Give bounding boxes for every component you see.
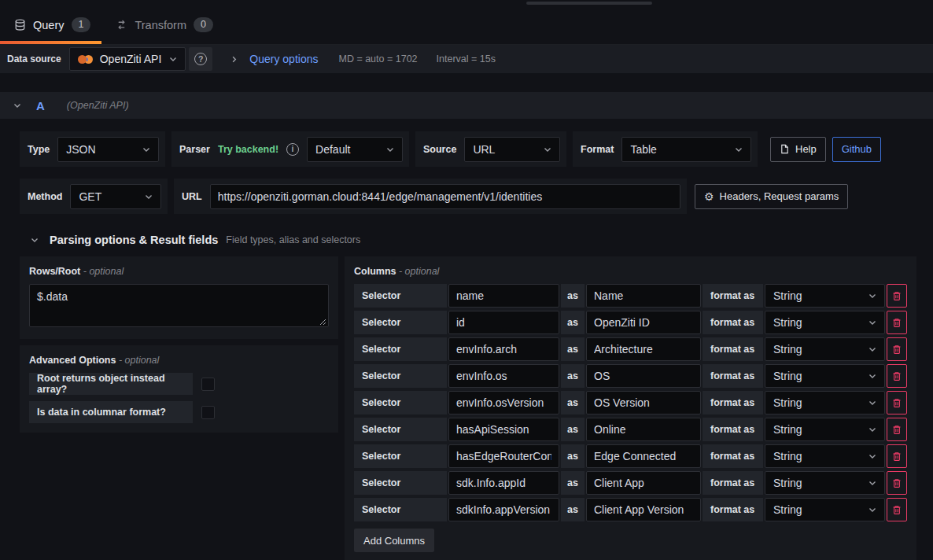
source-select[interactable]: URL: [464, 137, 560, 162]
format-type-select-value: String: [773, 477, 802, 489]
format-type-select-value: String: [773, 396, 802, 409]
format-type-select[interactable]: String: [765, 311, 885, 334]
rows-root-optional-text: - optional: [83, 266, 124, 277]
query-options-chevron-icon[interactable]: [230, 55, 238, 64]
tab-transform[interactable]: Transform 0: [114, 17, 214, 44]
editor-tab-bar: Query 1 Transform 0: [0, 0, 933, 45]
datasource-help-button[interactable]: ?: [189, 47, 212, 71]
alias-input[interactable]: [586, 471, 701, 495]
tab-query[interactable]: Query 1: [13, 17, 92, 44]
format-type-select[interactable]: String: [765, 391, 885, 414]
format-as-chip-label: format as: [703, 364, 763, 388]
delete-column-button[interactable]: [887, 471, 907, 495]
alias-input[interactable]: [586, 337, 701, 361]
url-input[interactable]: [210, 184, 680, 209]
selector-input[interactable]: [448, 444, 559, 468]
trash-icon: [892, 318, 902, 328]
alias-input[interactable]: [586, 418, 701, 441]
section-chevron-icon: [30, 235, 39, 245]
format-type-select[interactable]: String: [765, 444, 885, 468]
parsing-options-body: Rows/Root - optional Advanced Options - …: [20, 256, 916, 560]
delete-column-button[interactable]: [887, 364, 907, 388]
delete-column-button[interactable]: [887, 391, 907, 414]
selector-input[interactable]: [448, 284, 559, 308]
delete-column-button[interactable]: [887, 337, 907, 361]
delete-column-button[interactable]: [887, 444, 907, 468]
source-field-group: Source URL: [415, 131, 566, 167]
alias-input[interactable]: [586, 498, 701, 521]
columnar-format-checkbox[interactable]: [201, 406, 215, 419]
alias-input[interactable]: [586, 391, 701, 414]
alias-input[interactable]: [586, 444, 701, 468]
transform-icon: [116, 19, 127, 31]
trash-icon: [892, 425, 902, 435]
database-icon: [14, 19, 26, 31]
selector-chip-label: Selector: [354, 444, 447, 468]
format-as-chip-label: format as: [703, 444, 763, 468]
selector-input[interactable]: [448, 337, 559, 361]
advanced-option-row: Root returns object instead array?: [29, 373, 329, 395]
selector-input[interactable]: [448, 418, 559, 441]
selector-input[interactable]: [448, 311, 559, 334]
delete-column-button[interactable]: [887, 284, 907, 308]
editor-row-url: Method GET URL ⚙ Headers, Request params: [20, 179, 916, 214]
delete-column-button[interactable]: [887, 418, 907, 441]
selector-chip-label: Selector: [354, 418, 447, 441]
format-as-chip-label: format as: [703, 284, 763, 308]
help-button[interactable]: Help: [770, 137, 826, 162]
selector-input[interactable]: [448, 498, 559, 521]
selector-input[interactable]: [448, 391, 559, 414]
columns-grid: Selector as format as String Selector as…: [354, 284, 907, 521]
chevron-down-icon: [868, 451, 877, 461]
info-circle-icon[interactable]: i: [286, 143, 299, 156]
editor-row-type: Type JSON Parser Try backend! i Default …: [20, 131, 916, 167]
advanced-options-label-text: Advanced Options: [29, 355, 116, 366]
document-icon: [780, 144, 790, 154]
url-field-group: URL: [174, 179, 687, 214]
github-button-label: Github: [842, 143, 872, 155]
format-type-select[interactable]: String: [765, 337, 885, 361]
advanced-options-panel: Advanced Options - optional Root returns…: [20, 345, 338, 433]
columns-label-text: Columns: [354, 266, 396, 277]
datasource-picker-value: OpenZiti API: [100, 53, 162, 65]
delete-column-button[interactable]: [887, 311, 907, 334]
format-as-chip-label: format as: [703, 391, 763, 414]
format-type-select[interactable]: String: [765, 471, 885, 495]
root-returns-object-checkbox[interactable]: [201, 378, 215, 391]
parser-select-value: Default: [315, 143, 350, 156]
alias-input[interactable]: [586, 311, 701, 334]
format-select[interactable]: Table: [621, 137, 751, 162]
alias-input[interactable]: [586, 284, 701, 308]
chevron-down-icon: [144, 192, 153, 201]
parsing-options-section-header[interactable]: Parsing options & Result fields Field ty…: [20, 234, 916, 246]
query-header-row[interactable]: A (OpenZiti API): [0, 92, 933, 119]
format-select-value: Table: [630, 143, 656, 156]
trash-icon: [892, 478, 902, 488]
section-title: Parsing options & Result fields: [50, 234, 218, 246]
parser-select[interactable]: Default: [307, 137, 403, 162]
alias-input[interactable]: [586, 364, 701, 388]
format-type-select[interactable]: String: [765, 364, 885, 388]
format-type-select[interactable]: String: [765, 498, 885, 521]
columns-panel: Columns - optional Selector as format as…: [345, 256, 916, 560]
as-chip-label: as: [561, 337, 585, 361]
type-label: Type: [26, 144, 50, 155]
rows-root-input[interactable]: [29, 284, 329, 327]
delete-column-button[interactable]: [887, 498, 907, 521]
headers-request-params-button[interactable]: ⚙ Headers, Request params: [695, 184, 848, 209]
datasource-picker[interactable]: OpenZiti API: [69, 47, 186, 71]
selector-input[interactable]: [448, 471, 559, 495]
parser-label: Parser: [178, 144, 210, 155]
query-options-link[interactable]: Query options: [249, 53, 318, 65]
rows-root-label-text: Rows/Root: [29, 266, 80, 277]
collapse-chevron-icon[interactable]: [13, 101, 22, 110]
pane-resize-handle[interactable]: [526, 2, 652, 5]
type-select[interactable]: JSON: [57, 137, 159, 162]
format-type-select[interactable]: String: [765, 418, 885, 441]
format-type-select[interactable]: String: [765, 284, 885, 308]
method-select[interactable]: GET: [70, 184, 161, 209]
add-columns-button[interactable]: Add Columns: [354, 529, 434, 552]
selector-input[interactable]: [448, 364, 559, 388]
github-button[interactable]: Github: [832, 137, 881, 162]
question-circle-icon: ?: [194, 53, 207, 65]
